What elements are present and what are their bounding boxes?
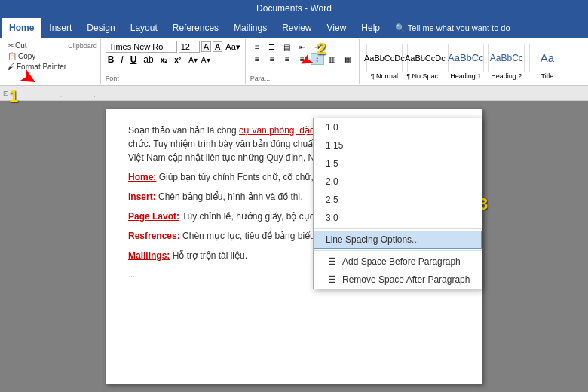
- para-row-1: ≡ ☰ ▤ ⇤ ⇥: [250, 41, 324, 53]
- spacing-1-0[interactable]: 1,0: [314, 118, 482, 136]
- style-normal-preview: AaBbCcDc: [366, 44, 403, 72]
- clipboard-label: Clipboard: [68, 42, 97, 82]
- style-title-label: Title: [541, 72, 553, 80]
- line-spacing-button[interactable]: ↕: [311, 53, 324, 65]
- align-right-button[interactable]: ≡: [280, 53, 294, 65]
- font-size-input[interactable]: [179, 41, 200, 53]
- spacing-1-15[interactable]: 1,15: [314, 136, 482, 155]
- shading-button[interactable]: ▥: [326, 53, 339, 65]
- style-heading1[interactable]: AaBbCc Heading 1: [447, 44, 485, 80]
- increase-indent-button[interactable]: ⇥: [311, 41, 324, 53]
- add-space-before-label: Add Space Before Paragraph: [342, 256, 461, 267]
- style-no-spacing-preview: AaBbCcDc: [407, 44, 443, 72]
- style-heading1-label: Heading 1: [450, 72, 481, 80]
- cut-button[interactable]: ✂ Cut: [6, 41, 68, 51]
- decrease-indent-button[interactable]: ⇤: [296, 41, 309, 53]
- numbered-list-button[interactable]: ☰: [265, 41, 279, 53]
- paragraph-group: ≡ ☰ ▤ ⇤ ⇥ ≡ ≡ ≡ ≡ ↕ ▥ ▦ Para...: [246, 39, 360, 84]
- font-size-decrease[interactable]: A: [213, 41, 222, 52]
- style-normal[interactable]: AaBbCcDc ¶ Normal: [366, 44, 403, 80]
- styles-group: AaBbCcDc ¶ Normal AaBbCcDc ¶ No Spac... …: [360, 39, 585, 84]
- ruler: ⊡ · · · · · · · · · · · · · · · · · ·: [0, 86, 588, 101]
- font-group: A A Aa▾ B I U ab x₂ x² A▾ A▾ Font: [101, 39, 246, 84]
- tab-tell-me[interactable]: 🔍 Tell me what you want to do: [387, 18, 518, 38]
- italic-button[interactable]: I: [118, 54, 125, 65]
- style-heading2-preview: AaBbCc: [488, 44, 525, 72]
- tab-design[interactable]: Design: [79, 18, 122, 38]
- spacing-2-5[interactable]: 2,5: [314, 191, 482, 209]
- spacing-2-0[interactable]: 2,0: [314, 173, 482, 191]
- font-color-button[interactable]: A▾: [201, 56, 210, 64]
- bold-button[interactable]: B: [106, 54, 117, 65]
- copy-button[interactable]: 📋 Copy: [6, 51, 68, 61]
- line-spacing-dropdown: 1,0 1,15 1,5 2,0 2,5 3,0 Line Spacing Op…: [313, 118, 482, 289]
- font-highlight-button[interactable]: A▾: [188, 56, 198, 64]
- font-name-input[interactable]: [106, 41, 177, 53]
- title-text: Documents - Word: [256, 3, 332, 14]
- font-row-1: A A Aa▾: [106, 41, 240, 53]
- clipboard-group: ✂ Cut 📋 Copy 🖌 Format Painter Clipboard: [3, 39, 101, 84]
- style-normal-label: ¶ Normal: [371, 72, 398, 80]
- ribbon-tabs: Home Insert Design Layout References Mai…: [0, 17, 588, 38]
- style-no-spacing[interactable]: AaBbCcDc ¶ No Spac...: [406, 44, 444, 80]
- tab-references[interactable]: References: [165, 18, 226, 38]
- document-area: Soạn thảo văn bản là công cụ văn phòng, …: [0, 101, 588, 392]
- clipboard-buttons: ✂ Cut 📋 Copy 🖌 Format Painter: [6, 41, 68, 82]
- style-no-spacing-label: ¶ No Spac...: [406, 72, 443, 80]
- style-heading2[interactable]: AaBbCc Heading 2: [488, 44, 525, 80]
- font-label: Font: [106, 75, 119, 82]
- justify-button[interactable]: ≡: [296, 53, 309, 65]
- tab-review[interactable]: Review: [274, 18, 319, 38]
- align-center-button[interactable]: ≡: [265, 53, 279, 65]
- underline-button[interactable]: U: [128, 54, 139, 65]
- strikethrough-button[interactable]: ab: [141, 54, 155, 65]
- line-spacing-options-item[interactable]: Line Spacing Options...: [314, 231, 482, 249]
- add-space-before-icon: ☰: [326, 256, 338, 267]
- spacing-3-0[interactable]: 3,0: [314, 209, 482, 227]
- style-title-preview: Aa: [529, 44, 565, 72]
- style-heading1-preview: AaBbCc: [448, 44, 484, 72]
- tab-view[interactable]: View: [320, 18, 354, 38]
- format-painter-button[interactable]: 🖌 Format Painter: [6, 62, 68, 72]
- subscript-button[interactable]: x₂: [158, 56, 170, 64]
- tab-mailings[interactable]: Mailings: [226, 18, 274, 38]
- style-heading2-label: Heading 2: [491, 72, 522, 80]
- font-aa-button[interactable]: Aa▾: [225, 42, 240, 52]
- bullet-list-button[interactable]: ≡: [250, 41, 264, 53]
- ribbon-toolbar: ✂ Cut 📋 Copy 🖌 Format Painter Clipboard …: [0, 38, 588, 86]
- dropdown-divider-1: [314, 228, 482, 229]
- remove-space-after-item[interactable]: ☰ Remove Space After Paragraph: [314, 271, 482, 289]
- superscript-button[interactable]: x²: [172, 56, 183, 64]
- para-row-2: ≡ ≡ ≡ ≡ ↕ ▥ ▦: [250, 53, 354, 65]
- border-button[interactable]: ▦: [341, 53, 354, 65]
- tab-layout[interactable]: Layout: [123, 18, 165, 38]
- align-left-button[interactable]: ≡: [250, 53, 264, 65]
- tab-help[interactable]: Help: [354, 18, 387, 38]
- add-space-before-item[interactable]: ☰ Add Space Before Paragraph: [314, 253, 482, 271]
- tab-insert[interactable]: Insert: [41, 18, 79, 38]
- paragraph-label: Para...: [250, 75, 271, 82]
- font-size-increase[interactable]: A: [201, 41, 211, 52]
- dropdown-divider-2: [314, 250, 482, 251]
- tab-home[interactable]: Home: [2, 18, 41, 38]
- remove-space-after-label: Remove Space After Paragraph: [342, 274, 470, 285]
- font-row-2: B I U ab x₂ x² A▾ A▾: [106, 54, 210, 65]
- remove-space-after-icon: ☰: [326, 274, 338, 285]
- title-bar: Documents - Word: [0, 0, 588, 17]
- line-spacing-options-label: Line Spacing Options...: [326, 234, 419, 245]
- style-title[interactable]: Aa Title: [528, 44, 566, 80]
- spacing-1-5[interactable]: 1,5: [314, 155, 482, 173]
- multilevel-list-button[interactable]: ▤: [280, 41, 294, 53]
